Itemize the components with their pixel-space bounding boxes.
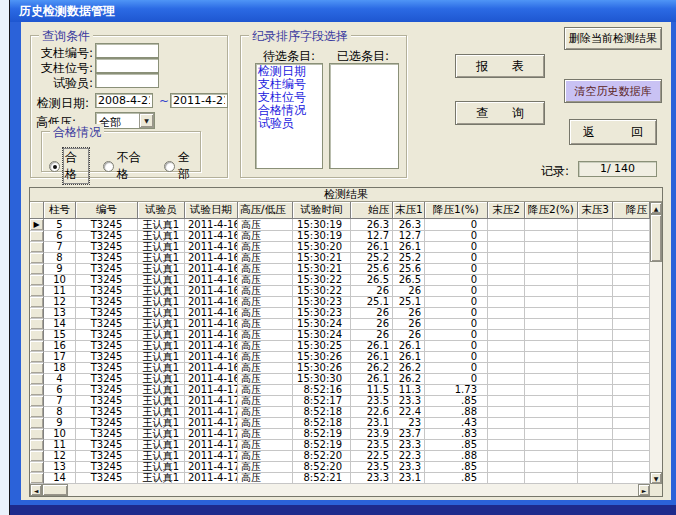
table-cell[interactable]: 0 — [425, 253, 488, 264]
table-row[interactable]: 17T3245王认真12011-4-16高压15:30:2626.126.10 — [30, 352, 650, 363]
table-cell[interactable]: 26 — [393, 286, 425, 297]
table-cell[interactable]: T3245 — [76, 429, 138, 440]
table-cell[interactable]: 8 — [44, 407, 76, 418]
table-cell[interactable]: .85 — [425, 440, 488, 451]
table-cell[interactable]: 2011-4-17 — [185, 440, 238, 451]
table-cell[interactable]: 高压 — [238, 341, 293, 352]
table-cell[interactable]: 高压 — [238, 352, 293, 363]
table-cell[interactable]: 15:30:25 — [293, 341, 351, 352]
row-selector[interactable] — [30, 407, 44, 418]
table-cell[interactable]: 5 — [44, 219, 76, 231]
table-cell[interactable]: 高压 — [238, 231, 293, 242]
table-cell[interactable]: T3245 — [76, 341, 138, 352]
table-cell[interactable] — [525, 462, 578, 473]
row-selector[interactable] — [30, 330, 44, 341]
table-cell[interactable]: 2011-4-16 — [185, 374, 238, 385]
table-cell[interactable]: 26.5 — [393, 275, 425, 286]
table-cell[interactable]: 25.2 — [393, 253, 425, 264]
table-cell[interactable]: 11.3 — [393, 385, 425, 396]
table-cell[interactable]: 王认真1 — [138, 297, 185, 308]
table-cell[interactable]: T3245 — [76, 253, 138, 264]
table-cell[interactable] — [578, 219, 613, 231]
radio-unqualified[interactable]: 不合格 — [103, 148, 150, 184]
column-header[interactable]: 高压/低压 — [238, 202, 293, 219]
table-cell[interactable]: 23.3 — [351, 473, 393, 484]
table-cell[interactable]: T3245 — [76, 352, 138, 363]
table-cell[interactable] — [488, 473, 525, 484]
table-cell[interactable]: T3245 — [76, 385, 138, 396]
table-cell[interactable]: T3245 — [76, 319, 138, 330]
table-cell[interactable]: 23.3 — [393, 462, 425, 473]
table-row[interactable]: 7T3245王认真12011-4-16高压15:30:2026.126.10 — [30, 242, 650, 253]
table-cell[interactable]: 26.5 — [351, 275, 393, 286]
table-cell[interactable]: 王认真1 — [138, 319, 185, 330]
table-cell[interactable] — [488, 352, 525, 363]
table-cell[interactable]: 0 — [425, 297, 488, 308]
table-cell[interactable]: 8:52:19 — [293, 440, 351, 451]
table-cell[interactable]: 14 — [44, 319, 76, 330]
table-cell[interactable]: 22.6 — [351, 407, 393, 418]
table-cell[interactable]: 2011-4-16 — [185, 264, 238, 275]
table-cell[interactable]: T3245 — [76, 242, 138, 253]
table-cell[interactable]: 26.3 — [351, 219, 393, 231]
table-row[interactable]: 10T3245王认真12011-4-17高压8:52:1923.923.7.83 — [30, 429, 650, 440]
return-button[interactable]: 返 回 — [569, 119, 657, 145]
table-cell[interactable]: 26 — [351, 286, 393, 297]
table-cell[interactable] — [613, 341, 650, 352]
table-cell[interactable] — [525, 418, 578, 429]
table-cell[interactable]: 王认真1 — [138, 219, 185, 231]
table-cell[interactable]: 9 — [44, 264, 76, 275]
table-cell[interactable]: 8:52:17 — [293, 396, 351, 407]
table-cell[interactable]: T3245 — [76, 264, 138, 275]
grid-horizontal-scrollbar[interactable]: ◄ ► — [30, 484, 650, 496]
table-cell[interactable] — [525, 363, 578, 374]
table-cell[interactable] — [488, 440, 525, 451]
table-cell[interactable]: 25.2 — [351, 253, 393, 264]
table-cell[interactable] — [613, 407, 650, 418]
table-cell[interactable]: 12.7 — [351, 231, 393, 242]
table-cell[interactable]: T3245 — [76, 407, 138, 418]
table-cell[interactable] — [613, 319, 650, 330]
row-selector[interactable]: ▶ — [30, 219, 44, 231]
table-cell[interactable]: .85 — [425, 473, 488, 484]
table-cell[interactable] — [613, 385, 650, 396]
table-cell[interactable]: .88 — [425, 451, 488, 462]
table-cell[interactable] — [578, 363, 613, 374]
radio-button-icon[interactable] — [103, 161, 114, 172]
table-cell[interactable]: 26 — [393, 330, 425, 341]
table-cell[interactable]: 26.2 — [351, 363, 393, 374]
table-cell[interactable]: 高压 — [238, 330, 293, 341]
table-cell[interactable]: 高压 — [238, 286, 293, 297]
row-selector[interactable] — [30, 473, 44, 484]
table-cell[interactable]: 15:30:26 — [293, 363, 351, 374]
table-cell[interactable]: 26.1 — [393, 341, 425, 352]
table-cell[interactable]: 6 — [44, 231, 76, 242]
table-cell[interactable] — [488, 429, 525, 440]
radio-qualified[interactable]: 合格 — [49, 148, 89, 184]
row-selector[interactable] — [30, 275, 44, 286]
radio-button-icon[interactable] — [49, 161, 60, 172]
list-item[interactable]: 试验员 — [258, 117, 320, 130]
tester-input[interactable] — [95, 73, 159, 88]
table-cell[interactable] — [613, 462, 650, 473]
table-cell[interactable]: 0 — [425, 231, 488, 242]
column-header[interactable] — [30, 202, 44, 219]
table-cell[interactable]: 高压 — [238, 264, 293, 275]
table-cell[interactable] — [578, 385, 613, 396]
table-row[interactable]: ▶5T3245王认真12011-4-16高压15:30:1926.326.30 — [30, 219, 650, 231]
table-cell[interactable]: 15:30:21 — [293, 253, 351, 264]
table-cell[interactable]: 王认真1 — [138, 407, 185, 418]
table-cell[interactable] — [578, 374, 613, 385]
table-cell[interactable]: 23.1 — [351, 418, 393, 429]
table-cell[interactable]: 26.3 — [393, 219, 425, 231]
table-cell[interactable] — [525, 319, 578, 330]
table-cell[interactable]: 王认真1 — [138, 231, 185, 242]
table-cell[interactable] — [613, 219, 650, 231]
table-cell[interactable] — [613, 308, 650, 319]
title-bar[interactable]: 历史检测数据管理 — [10, 0, 676, 22]
table-row[interactable]: 13T3245王认真12011-4-16高压15:30:2326260 — [30, 308, 650, 319]
table-cell[interactable] — [578, 297, 613, 308]
table-cell[interactable]: 2011-4-16 — [185, 319, 238, 330]
table-row[interactable]: 16T3245王认真12011-4-16高压15:30:2526.126.10 — [30, 341, 650, 352]
table-cell[interactable] — [613, 330, 650, 341]
